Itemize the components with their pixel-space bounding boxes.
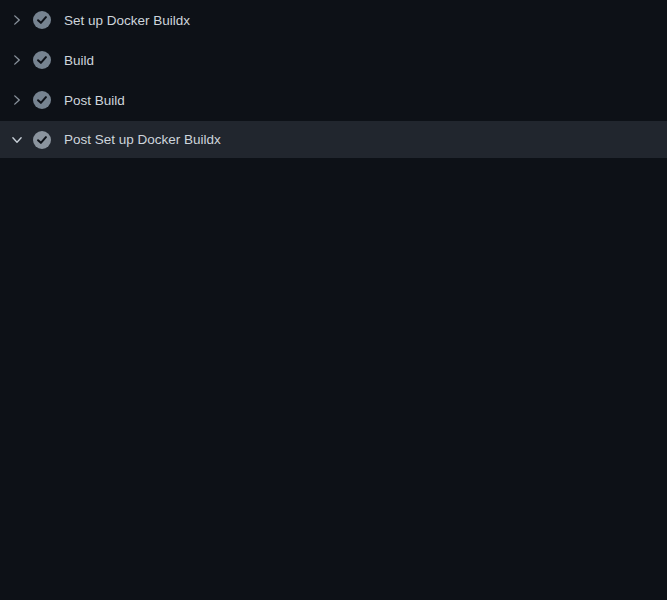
log-line: 9time="2021-04-23T18:02:37Z" level=warni… — [0, 349, 667, 369]
step-row-build[interactable]: Build — [0, 40, 667, 80]
log-line: 8time="2021-04-23T18:02:37Z" level=info … — [0, 329, 667, 349]
log-viewer: 1Post job cleanup. 2▼BuildKit container … — [0, 160, 667, 600]
step-label: Set up Docker Buildx — [64, 13, 190, 28]
chevron-right-icon — [11, 54, 23, 66]
log-line: 19time="2021-04-23T18:02:38Z" level=debu… — [0, 549, 667, 569]
log-line-wrapped: application/vnd.oci.image.index.v1+json,… — [0, 569, 667, 589]
chevron-right-icon — [11, 94, 23, 106]
log-line: 4time="2021-04-23T18:02:37Z" level=info … — [0, 229, 667, 249]
check-circle-icon — [33, 51, 51, 69]
step-row-post-build[interactable]: Post Build — [0, 80, 667, 120]
log-line: 14time="2021-04-23T18:02:38Z" level=debu… — [0, 449, 667, 469]
check-circle-icon — [33, 11, 51, 29]
log-line: 6time="2021-04-23T18:02:37Z" level=info … — [0, 269, 667, 289]
log-line: 18time="2021-04-23T18:02:38Z" level=debu… — [0, 529, 667, 549]
steps-list: Set up Docker Buildx Build Post Build Po… — [0, 0, 667, 158]
log-line: 16time="2021-04-23T18:02:38Z" level=debu… — [0, 489, 667, 509]
log-line: 1Post job cleanup. — [0, 169, 667, 189]
log-line: 17time="2021-04-23T18:02:38Z" level=debu… — [0, 509, 667, 529]
log-line: 10time="2021-04-23T18:02:37Z" level=info… — [0, 369, 667, 389]
chevron-right-icon — [11, 14, 23, 26]
step-row-post-set-up-docker-buildx[interactable]: Post Set up Docker Buildx — [0, 121, 667, 158]
log-line-wrapped: linux/riscv64 linux/ppc64le linux/s390x … — [0, 289, 667, 309]
log-line: 13time="2021-04-23T18:02:38Z" level=debu… — [0, 429, 667, 449]
log-line: 7time="2021-04-23T18:02:37Z" level=warni… — [0, 309, 667, 329]
step-label: Post Build — [64, 93, 125, 108]
log-line: 11time="2021-04-23T18:02:38Z" level=debu… — [0, 389, 667, 409]
log-command-line: 3/usr/bin/docker logs buildx_buildkit_bu… — [0, 209, 667, 229]
log-line: 20time="2021-04-23T18:02:38Z" level=debu… — [0, 589, 667, 600]
log-group-header[interactable]: 2▼BuildKit container logs — [0, 189, 667, 209]
step-row-set-up-docker-buildx[interactable]: Set up Docker Buildx — [0, 0, 667, 40]
step-label: Post Set up Docker Buildx — [64, 132, 221, 147]
chevron-down-icon — [11, 134, 23, 146]
log-line: 15time="2021-04-23T18:02:38Z" level=debu… — [0, 469, 667, 489]
step-label: Build — [64, 53, 94, 68]
log-line: 12time="2021-04-23T18:02:38Z" level=debu… — [0, 409, 667, 429]
check-circle-icon — [33, 91, 51, 109]
log-line: 5time="2021-04-23T18:02:37Z" level=warni… — [0, 249, 667, 269]
check-circle-icon — [33, 131, 51, 149]
